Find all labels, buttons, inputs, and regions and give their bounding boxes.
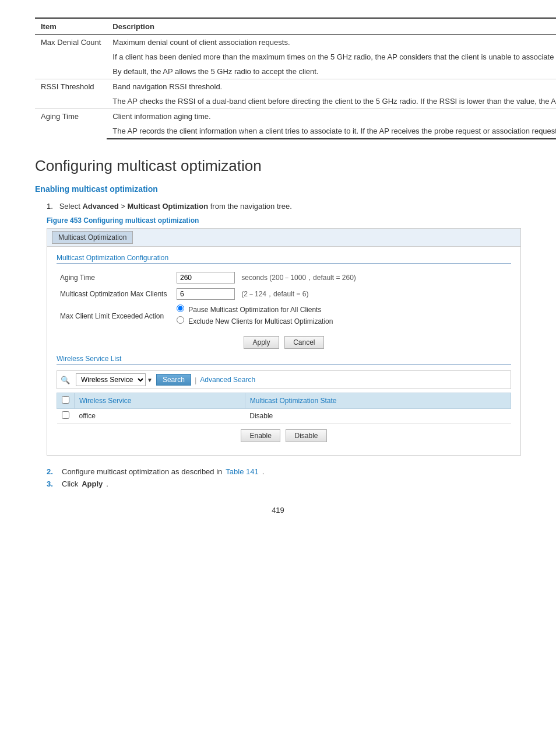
step-2-prefix: Configure multicast optimization as desc…: [62, 467, 222, 476]
row-checkbox[interactable]: [62, 411, 69, 419]
search-icon: 🔍: [61, 376, 70, 384]
step-3-bold: Apply: [82, 480, 103, 488]
tab-multicast-optimization[interactable]: Multicast Optimization: [52, 231, 133, 244]
exclude-option[interactable]: Exclude New Clients for Multicast Optimi…: [177, 316, 508, 326]
page-number: 419: [35, 506, 521, 514]
step-1-prefix: Select: [59, 202, 83, 211]
exclude-radio[interactable]: [177, 316, 184, 324]
ws-row-name: office: [75, 409, 245, 424]
action-row: Max Client Limit Exceeded Action Pause M…: [57, 302, 511, 330]
panel-body: Multicast Optimization Configuration Agi…: [47, 247, 520, 455]
search-button[interactable]: Search: [156, 374, 191, 386]
dropdown-arrow: ▼: [147, 377, 153, 383]
desc-text: By default, the AP allows the 5 GHz radi…: [107, 64, 556, 79]
action-options: Pause Multicast Optimization for All Cli…: [173, 302, 511, 330]
disable-button[interactable]: Disable: [286, 429, 326, 442]
step-3-suffix: .: [106, 480, 108, 488]
ws-col-name: Wireless Service: [75, 393, 245, 409]
desc-text: Maximum denial count of client associati…: [107, 35, 556, 50]
pause-radio[interactable]: [177, 304, 184, 312]
aging-time-label: Aging Time: [57, 270, 173, 286]
select-all-checkbox[interactable]: [62, 396, 69, 404]
item-label: Max Denial Count: [35, 35, 107, 79]
desc-text: If a client has been denied more than th…: [107, 50, 556, 64]
exclude-label: Exclude New Clients for Multicast Optimi…: [188, 317, 333, 326]
col-item: Item: [35, 18, 107, 35]
desc-text: Band navigation RSSI threshold.: [107, 79, 556, 94]
ws-table-header-row: Wireless Service Multicast Optimization …: [57, 393, 511, 409]
subsection-title: Enabling multicast optimization: [35, 184, 521, 194]
aging-time-input[interactable]: [177, 272, 235, 284]
max-clients-row: Multicast Optimization Max Clients (2－12…: [57, 286, 511, 302]
apply-cancel-row: Apply Cancel: [57, 336, 511, 349]
wireless-service-table: Wireless Service Multicast Optimization …: [57, 393, 511, 424]
step-3-prefix: Click: [62, 480, 78, 488]
pause-label: Pause Multicast Optimization for All Cli…: [188, 306, 321, 314]
step-1-bold2: Multicast Optimization: [127, 202, 208, 211]
wireless-service-list-section: Wireless Service List 🔍 Wireless Service…: [57, 355, 511, 442]
steps-section: 2. Configure multicast optimization as d…: [47, 467, 521, 488]
max-clients-label: Multicast Optimization Max Clients: [57, 286, 173, 302]
step-2-number: 2.: [47, 467, 58, 476]
table-row: Max Denial Count Maximum denial count of…: [35, 35, 556, 50]
ws-row-state: Disable: [245, 409, 511, 424]
multicast-optimization-panel: Multicast Optimization Multicast Optimiz…: [47, 228, 521, 456]
desc-text: The AP records the client information wh…: [107, 124, 556, 139]
table-row: The AP records the client information wh…: [35, 124, 556, 139]
ws-col-state: Multicast Optimization State: [245, 393, 511, 409]
max-clients-input-cell[interactable]: (2－124，default = 6): [173, 286, 511, 302]
config-section-label: Multicast Optimization Configuration: [57, 254, 511, 264]
advanced-search-link[interactable]: Advanced Search: [200, 376, 255, 384]
table-row: By default, the AP allows the 5 GHz radi…: [35, 64, 556, 79]
step-1-sep: >: [119, 202, 128, 211]
enable-disable-row: Enable Disable: [57, 429, 511, 442]
item-label: Aging Time: [35, 109, 107, 139]
step-1-bold1: Advanced: [82, 202, 118, 211]
max-clients-hint: (2－124，default = 6): [241, 290, 308, 298]
aging-time-hint: seconds (200－1000，default = 260): [241, 274, 356, 282]
table-row: If a client has been denied more than th…: [35, 50, 556, 64]
apply-button[interactable]: Apply: [244, 336, 279, 349]
max-clients-input[interactable]: [177, 288, 235, 300]
search-dropdown[interactable]: Wireless Service: [76, 373, 146, 386]
desc-text: Client information aging time.: [107, 109, 556, 124]
search-bar: 🔍 Wireless Service ▼ Search | Advanced S…: [57, 370, 511, 389]
figure-caption: Figure 453 Configuring multicast optimiz…: [47, 216, 521, 225]
ws-table-row: office Disable: [57, 409, 511, 424]
ws-section-label: Wireless Service List: [57, 355, 511, 365]
aging-time-row: Aging Time seconds (200－1000，default = 2…: [57, 270, 511, 286]
step-1-suffix: from the navigation tree.: [208, 202, 292, 211]
enable-button[interactable]: Enable: [241, 429, 280, 442]
step-1: 1. Select Advanced > Multicast Optimizat…: [47, 202, 521, 211]
table-141-link[interactable]: Table 141: [226, 467, 258, 476]
item-label: RSSI Threshold: [35, 79, 107, 109]
col-description: Description: [107, 18, 556, 35]
config-table: Aging Time seconds (200－1000，default = 2…: [57, 270, 511, 330]
action-label: Max Client Limit Exceeded Action: [57, 302, 173, 330]
table-row: RSSI Threshold Band navigation RSSI thre…: [35, 79, 556, 94]
aging-time-input-cell[interactable]: seconds (200－1000，default = 260): [173, 270, 511, 286]
separator: |: [195, 376, 196, 384]
step-2: 2. Configure multicast optimization as d…: [47, 467, 521, 476]
ws-col-check: [57, 393, 75, 409]
cancel-button[interactable]: Cancel: [284, 336, 323, 349]
step-number: 1.: [47, 202, 57, 211]
desc-text: The AP checks the RSSI of a dual-band cl…: [107, 94, 556, 109]
pause-option[interactable]: Pause Multicast Optimization for All Cli…: [177, 304, 508, 314]
table-row: Aging Time Client information aging time…: [35, 109, 556, 124]
step-3-number: 3.: [47, 480, 58, 488]
tab-bar[interactable]: Multicast Optimization: [47, 229, 520, 247]
ws-row-check[interactable]: [57, 409, 75, 424]
step-2-suffix: .: [262, 467, 265, 476]
section-title: Configuring multicast optimization: [35, 157, 521, 175]
reference-table: Item Description Max Denial Count Maximu…: [35, 18, 556, 139]
step-3: 3. Click Apply.: [47, 480, 521, 488]
table-row: The AP checks the RSSI of a dual-band cl…: [35, 94, 556, 109]
